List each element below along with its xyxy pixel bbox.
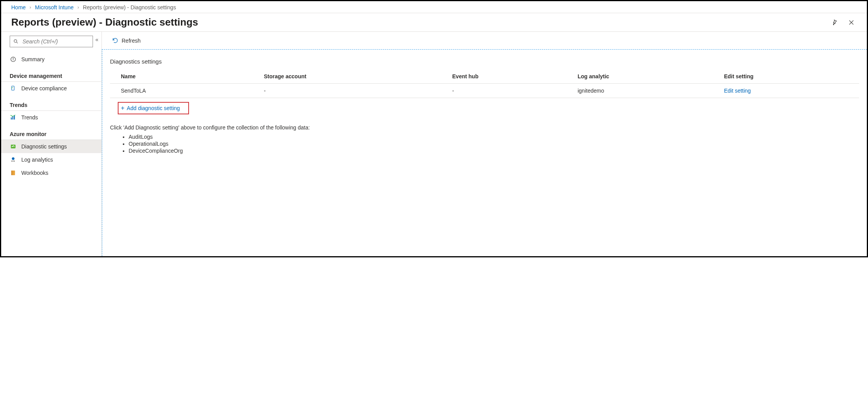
sidebar-item-label: Log analytics xyxy=(21,157,53,163)
sidebar-item-label: Trends xyxy=(21,114,38,121)
chevron-right-icon: › xyxy=(77,5,79,10)
add-diagnostic-setting-button[interactable]: + Add diagnostic setting xyxy=(118,102,189,114)
sidebar-item-diagnostic-settings[interactable]: Diagnostic settings xyxy=(1,140,101,153)
plus-icon: + xyxy=(121,105,124,111)
breadcrumb-intune[interactable]: Microsoft Intune xyxy=(35,4,74,10)
col-storage: Storage account xyxy=(261,70,449,84)
refresh-button[interactable]: Refresh xyxy=(110,36,143,45)
col-eventhub: Event hub xyxy=(449,70,575,84)
col-name: Name xyxy=(110,70,261,84)
sidebar-item-label: Device compliance xyxy=(21,85,67,91)
col-edit: Edit setting xyxy=(721,70,859,84)
edit-setting-link[interactable]: Edit setting xyxy=(724,88,751,94)
sidebar-item-label: Workbooks xyxy=(21,170,48,176)
list-item: AuditLogs xyxy=(129,134,859,140)
collapse-sidebar-button[interactable]: « xyxy=(95,36,98,43)
device-compliance-icon xyxy=(10,85,17,92)
chevron-right-icon: › xyxy=(29,5,31,10)
breadcrumb: Home › Microsoft Intune › Reports (previ… xyxy=(1,1,867,13)
svg-rect-9 xyxy=(11,160,12,162)
content-area: Diagnostics settings Name Storage accoun… xyxy=(102,49,867,256)
svg-point-2 xyxy=(13,58,13,59)
svg-rect-4 xyxy=(11,117,12,119)
cell-eventhub: - xyxy=(449,84,575,98)
toolbar: Refresh xyxy=(102,32,867,49)
sidebar-section-azure-monitor: Azure monitor xyxy=(1,128,101,140)
breadcrumb-home[interactable]: Home xyxy=(11,4,26,10)
breadcrumb-current: Reports (preview) - Diagnostic settings xyxy=(83,4,176,10)
refresh-icon xyxy=(112,37,119,44)
search-input[interactable] xyxy=(22,38,92,45)
sidebar-section-device-mgmt: Device management xyxy=(1,70,101,82)
cell-log-analytic: ignitedemo xyxy=(574,84,721,98)
cell-name: SendToLA xyxy=(110,84,261,98)
workbook-icon xyxy=(10,169,17,176)
diagnostic-settings-icon xyxy=(10,143,17,150)
svg-rect-11 xyxy=(14,160,15,162)
sidebar-item-trends[interactable]: Trends xyxy=(1,111,101,124)
sidebar-item-label: Summary xyxy=(21,56,45,62)
log-analytics-icon xyxy=(10,156,17,163)
sidebar-item-log-analytics[interactable]: Log analytics xyxy=(1,153,101,166)
search-input-wrapper[interactable] xyxy=(10,36,93,47)
page-header: Reports (preview) - Diagnostic settings xyxy=(1,13,867,31)
content-heading: Diagnostics settings xyxy=(110,58,859,65)
sidebar-item-summary[interactable]: Summary xyxy=(1,53,101,66)
cell-storage: - xyxy=(261,84,449,98)
pin-button[interactable] xyxy=(829,17,840,28)
list-item: DeviceComplianceOrg xyxy=(129,148,859,154)
sidebar: « Summary Device management xyxy=(1,32,102,256)
main-pane: Refresh Diagnostics settings Name Storag… xyxy=(102,32,867,256)
sidebar-section-trends: Trends xyxy=(1,99,101,111)
page-title: Reports (preview) - Diagnostic settings xyxy=(11,16,829,28)
svg-rect-5 xyxy=(12,116,13,119)
close-button[interactable] xyxy=(846,17,857,28)
svg-rect-10 xyxy=(13,160,14,162)
svg-point-0 xyxy=(14,40,17,42)
svg-rect-13 xyxy=(11,171,12,175)
diagnostics-table: Name Storage account Event hub Log analy… xyxy=(110,70,859,98)
info-icon xyxy=(10,56,17,63)
bar-chart-icon xyxy=(10,114,17,121)
table-row: SendToLA - - ignitedemo Edit setting xyxy=(110,84,859,98)
sidebar-item-workbooks[interactable]: Workbooks xyxy=(1,166,101,179)
refresh-label: Refresh xyxy=(122,38,141,44)
col-log-analytic: Log analytic xyxy=(574,70,721,84)
hint-text: Click 'Add Diagnostic setting' above to … xyxy=(110,124,859,131)
log-categories-list: AuditLogs OperationalLogs DeviceComplian… xyxy=(129,134,859,154)
list-item: OperationalLogs xyxy=(129,141,859,147)
sidebar-item-device-compliance[interactable]: Device compliance xyxy=(1,82,101,95)
add-diagnostic-label: Add diagnostic setting xyxy=(127,105,180,111)
search-icon xyxy=(13,39,19,44)
sidebar-item-label: Diagnostic settings xyxy=(21,143,67,150)
svg-point-8 xyxy=(12,157,15,160)
